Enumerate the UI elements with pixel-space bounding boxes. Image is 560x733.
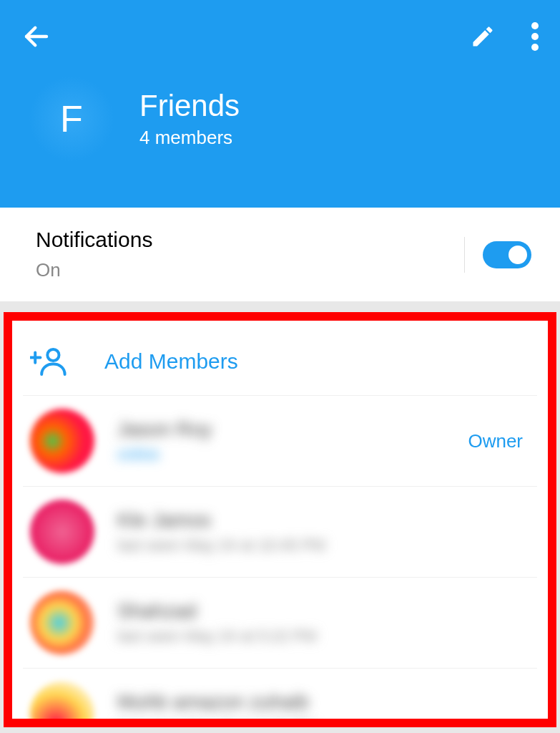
svg-point-1 [531,22,539,29]
member-status: last seen May 24 at 5:22 PM [117,627,530,646]
svg-point-2 [531,33,539,40]
group-header: F Friends 4 members [0,0,560,208]
back-arrow-icon [21,21,51,52]
members-panel: Add Members Jason Roy online Owner Kle J… [4,312,556,727]
member-avatar [30,500,94,564]
member-info: Kle Jamos last seen May 24 at 10:45 PM [117,509,530,555]
group-avatar[interactable]: F [29,76,114,162]
member-avatar [30,681,94,727]
header-actions [470,22,539,54]
add-members-label: Add Members [104,349,238,374]
group-text: Friends 4 members [139,89,240,149]
group-member-count: 4 members [139,127,240,149]
header-toolbar [0,0,560,54]
member-row[interactable]: Shahzad last seen May 24 at 5:22 PM [23,577,537,668]
member-role-badge: Owner [468,430,530,452]
member-status: last seen May 24 at 10:45 PM [117,536,530,555]
add-person-icon [30,346,69,377]
add-members-button[interactable]: Add Members [23,339,537,395]
svg-point-3 [531,44,539,51]
member-avatar [30,591,94,655]
member-info: Muhb amazon zuhaib last seen Sep 18 at 3… [117,691,530,727]
notifications-control [464,237,531,273]
group-info: F Friends 4 members [0,54,560,187]
notifications-row[interactable]: Notifications On [0,208,560,301]
member-name: Shahzad [117,600,530,623]
dots-vertical-icon [531,22,539,51]
member-info: Shahzad last seen May 24 at 5:22 PM [117,600,530,646]
more-menu-button[interactable] [531,22,539,54]
member-row[interactable]: Kle Jamos last seen May 24 at 10:45 PM [23,486,537,577]
member-status: last seen Sep 18 at 3:49 PM [117,718,530,727]
member-row[interactable]: Muhb amazon zuhaib last seen Sep 18 at 3… [23,668,537,727]
back-button[interactable] [21,21,51,54]
member-name: Kle Jamos [117,509,530,532]
member-name: Muhb amazon zuhaib [117,691,530,714]
svg-point-4 [47,349,59,361]
edit-button[interactable] [470,24,496,52]
pencil-icon [470,24,496,49]
group-name: Friends [139,89,240,123]
notifications-title: Notifications [36,228,152,252]
divider [464,237,465,273]
member-row[interactable]: Jason Roy online Owner [23,395,537,486]
member-info: Jason Roy online [117,418,445,464]
member-name: Jason Roy [117,418,445,441]
member-avatar [30,409,94,473]
group-avatar-initial: F [60,97,83,140]
notifications-toggle[interactable] [483,241,531,268]
toggle-knob [506,243,530,267]
notifications-text: Notifications On [36,228,152,281]
notifications-status: On [36,259,152,281]
member-status: online [117,445,445,464]
